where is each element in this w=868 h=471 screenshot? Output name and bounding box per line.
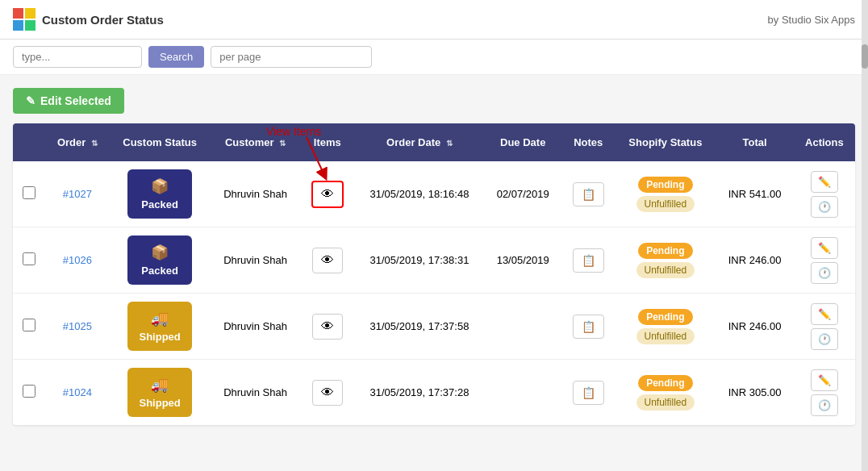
edit-button-1[interactable]: ✏️ [811, 237, 838, 259]
row-status-3: 🚚 Shipped [109, 360, 211, 426]
row-actions-2: ✏️ 🕐 [794, 294, 855, 360]
header-customer[interactable]: Customer ⇅ [211, 123, 300, 161]
order-link-0[interactable]: #1027 [63, 188, 92, 200]
app-logo-icon [13, 8, 35, 31]
status-badge-icon-1: 📦 [151, 244, 169, 261]
table-row: #1026 📦 Packed Dhruvin Shah 👁 31/05/2019… [13, 227, 855, 294]
row-order-1: #1026 [46, 227, 110, 294]
row-notes-2: 📋 [561, 294, 615, 360]
edit-icon: ✎ [26, 94, 35, 107]
sort-icon-customer: ⇅ [279, 139, 286, 148]
top-bar: Custom Order Status by Studio Six Apps [0, 0, 868, 40]
header-total: Total [716, 123, 793, 161]
payment-badge-3: Pending [638, 375, 692, 391]
status-badge-label-0: Packed [141, 198, 178, 210]
status-badge-icon-2: 🚚 [151, 310, 169, 327]
notes-button-0[interactable]: 📋 [573, 182, 604, 206]
row-items-2: 👁 [300, 294, 355, 360]
order-link-3[interactable]: #1024 [63, 386, 92, 398]
row-notes-0: 📋 [561, 161, 615, 227]
row-shopify-status-0: Pending Unfulfilled [615, 161, 716, 227]
scroll-thumb[interactable] [862, 44, 868, 69]
view-items-button-2[interactable]: 👁 [312, 314, 343, 340]
svg-rect-1 [25, 8, 35, 19]
table-row: #1025 🚚 Shipped Dhruvin Shah 👁 31/05/201… [13, 294, 855, 360]
status-badge-1: 📦 Packed [127, 235, 192, 285]
row-items-0: 👁 [300, 161, 355, 227]
sort-icon-order: ⇅ [91, 139, 98, 148]
row-total-0: INR 541.00 [716, 161, 793, 227]
payment-badge-2: Pending [638, 309, 692, 325]
history-button-1[interactable]: 🕐 [811, 262, 838, 284]
per-page-input[interactable] [211, 46, 372, 68]
row-checkbox-cell-2 [13, 294, 46, 360]
filter-search-button[interactable]: Search [148, 46, 204, 68]
row-customer-3: Dhruvin Shah [211, 360, 300, 426]
header-order-date[interactable]: Order Date ⇅ [355, 123, 485, 161]
row-checkbox-2[interactable] [23, 319, 35, 331]
row-due-date-3 [484, 360, 561, 426]
notes-button-1[interactable]: 📋 [573, 248, 604, 273]
view-items-button-0[interactable]: 👁 [311, 181, 344, 208]
history-button-3[interactable]: 🕐 [811, 394, 838, 416]
row-due-date-0: 02/07/2019 [484, 161, 561, 227]
row-notes-3: 📋 [561, 360, 615, 426]
scrollbar[interactable] [862, 0, 868, 471]
shopify-status-cell-3: Pending Unfulfilled [623, 375, 707, 411]
order-link-1[interactable]: #1026 [63, 254, 92, 266]
edit-button-0[interactable]: ✏️ [811, 171, 838, 193]
row-customer-1: Dhruvin Shah [211, 227, 300, 294]
shopify-status-cell-0: Pending Unfulfilled [623, 177, 707, 212]
orders-table: Order ⇅ Custom Status Customer ⇅ Items O… [13, 123, 855, 425]
row-items-3: 👁 [300, 360, 355, 426]
notes-button-2[interactable]: 📋 [573, 315, 604, 339]
order-link-2[interactable]: #1025 [63, 320, 92, 332]
header-shopify-status: Shopify Status [615, 123, 716, 161]
view-items-button-1[interactable]: 👁 [312, 248, 343, 273]
table-row: #1024 🚚 Shipped Dhruvin Shah 👁 31/05/201… [13, 360, 855, 426]
row-checkbox-1[interactable] [23, 252, 35, 265]
header-items: Items [300, 123, 355, 161]
sort-icon-order-date: ⇅ [446, 139, 453, 148]
row-customer-0: Dhruvin Shah [211, 161, 300, 227]
main-content: ✎ Edit Selected View Items O [0, 75, 868, 438]
action-btns-1: ✏️ 🕐 [802, 237, 847, 284]
header-custom-status: Custom Status [109, 123, 211, 161]
shopify-status-cell-2: Pending Unfulfilled [623, 309, 707, 344]
fulfillment-badge-0: Unfulfilled [636, 196, 695, 212]
row-status-1: 📦 Packed [109, 227, 211, 294]
edit-button-2[interactable]: ✏️ [811, 303, 838, 325]
status-badge-3: 🚚 Shipped [127, 368, 192, 417]
row-shopify-status-2: Pending Unfulfilled [615, 294, 716, 360]
row-actions-1: ✏️ 🕐 [794, 227, 855, 294]
status-badge-0: 📦 Packed [127, 169, 192, 219]
header-due-date: Due Date [484, 123, 561, 161]
app-wrapper: Custom Order Status by Studio Six Apps S… [0, 0, 868, 471]
row-due-date-2 [484, 294, 561, 360]
row-actions-0: ✏️ 🕐 [794, 161, 855, 227]
view-items-button-3[interactable]: 👁 [312, 380, 343, 406]
row-shopify-status-3: Pending Unfulfilled [615, 360, 716, 426]
action-btns-2: ✏️ 🕐 [802, 303, 847, 350]
filter-input[interactable] [13, 46, 142, 68]
status-badge-icon-3: 🚚 [151, 376, 169, 394]
svg-rect-2 [13, 20, 23, 31]
history-button-2[interactable]: 🕐 [811, 328, 838, 350]
header-order[interactable]: Order ⇅ [46, 123, 110, 161]
header-actions: Actions [794, 123, 855, 161]
row-checkbox-0[interactable] [23, 186, 35, 199]
history-button-0[interactable]: 🕐 [811, 196, 838, 218]
notes-button-3[interactable]: 📋 [573, 381, 604, 405]
row-order-0: #1027 [46, 161, 110, 227]
row-actions-3: ✏️ 🕐 [794, 360, 855, 426]
status-badge-2: 🚚 Shipped [127, 302, 192, 351]
row-checkbox-3[interactable] [23, 385, 35, 398]
row-checkbox-cell-1 [13, 227, 46, 294]
row-order-date-0: 31/05/2019, 18:16:48 [355, 161, 485, 227]
action-btns-3: ✏️ 🕐 [802, 369, 847, 416]
edit-selected-button[interactable]: ✎ Edit Selected [13, 88, 124, 114]
payment-badge-1: Pending [638, 243, 692, 259]
row-due-date-1: 13/05/2019 [484, 227, 561, 294]
row-total-3: INR 305.00 [716, 360, 793, 426]
edit-button-3[interactable]: ✏️ [811, 369, 838, 391]
